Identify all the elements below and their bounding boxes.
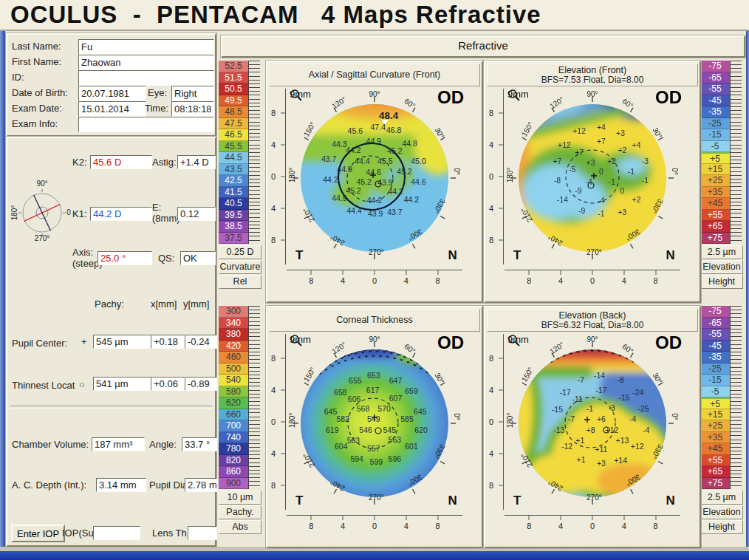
- scale-value: 740: [219, 432, 248, 444]
- time-input[interactable]: [171, 101, 214, 117]
- pupil-y-value[interactable]: -0.24: [185, 335, 217, 349]
- curvature-map-canvas[interactable]: OD 9mm T N 48.445.647.446.844.344.944.84…: [287, 89, 462, 264]
- axis-tick: [281, 453, 285, 454]
- axis-tick-label: 0: [590, 522, 595, 530]
- iop-value[interactable]: [93, 526, 140, 540]
- axis-tick: [281, 358, 285, 359]
- angle-label: 0°: [452, 413, 460, 420]
- axis-tick-label: 8: [436, 276, 440, 285]
- lens-th-value[interactable]: [188, 526, 217, 540]
- map-value: 570: [377, 404, 391, 413]
- axis-tick: [499, 113, 503, 114]
- axis-value[interactable]: 25.0 °: [98, 251, 152, 265]
- acd-value[interactable]: 3.14 mm: [96, 478, 146, 492]
- scale-value: 500: [219, 363, 248, 375]
- exam-date-input[interactable]: [78, 101, 146, 117]
- k2-label: K2:: [72, 157, 87, 168]
- exam-date-label: Exam Date:: [12, 103, 62, 114]
- map-value: 44.2: [323, 175, 338, 184]
- window-frame-right: [746, 31, 749, 551]
- map-value: 44.8: [402, 139, 417, 148]
- scale-value: +75: [700, 233, 730, 245]
- map-value: 43.9: [368, 209, 383, 218]
- axis-tick-label: 8: [309, 522, 313, 530]
- nasal-label: N: [448, 494, 457, 508]
- map-value: 44.3: [332, 140, 346, 148]
- scale-value: 48.5: [219, 106, 248, 118]
- axis-tick-label: 4: [558, 276, 563, 285]
- map-value: 45.2: [357, 177, 372, 186]
- id-input[interactable]: [78, 70, 214, 86]
- map-value: 596: [389, 454, 402, 463]
- scale-value: 660: [219, 409, 248, 421]
- thinnest-pachy-value[interactable]: 541 µm: [93, 377, 152, 391]
- scale-value: +65: [700, 221, 730, 233]
- axis-tick-label: 8: [309, 276, 313, 285]
- qs-value[interactable]: OK: [180, 251, 216, 265]
- map-value: -4: [598, 196, 604, 205]
- axis-tick: [592, 516, 593, 520]
- x-axis: 84048: [505, 515, 680, 535]
- x-axis: 84048: [505, 270, 680, 290]
- axis-tick-label: 0: [489, 417, 493, 426]
- map-value: 48.4: [379, 109, 398, 120]
- scale-value: -15: [700, 129, 730, 141]
- scale-value: -35: [700, 106, 730, 118]
- pupil-dia-value[interactable]: 2.78 m: [185, 478, 217, 492]
- magnifier-icon[interactable]: 9mm: [507, 89, 537, 100]
- axis-tick: [437, 270, 438, 275]
- scale-value: -75: [700, 61, 730, 72]
- pachy-color-scale: 3003403804204605005405806206607007407808…: [219, 306, 263, 533]
- axis-tick-label: 8: [489, 481, 493, 490]
- enter-iop-button[interactable]: Enter IOP: [11, 525, 65, 542]
- axis-tick: [499, 453, 503, 454]
- eye-input[interactable]: [171, 86, 214, 101]
- k1-value[interactable]: 44.2 D: [90, 207, 152, 221]
- y-header: y[mm]: [183, 298, 209, 310]
- map-value: +3: [586, 158, 595, 167]
- magnifier-icon[interactable]: 9mm: [290, 334, 319, 345]
- first-name-input[interactable]: [78, 55, 214, 70]
- axis-tick-label: 8: [654, 276, 658, 285]
- chamber-volume-value[interactable]: 187 mm³: [92, 437, 145, 451]
- map-value: 619: [326, 426, 339, 434]
- angle-label: 180°: [288, 167, 296, 182]
- eye-side-badge: OD: [655, 87, 682, 108]
- magnifier-icon[interactable]: 9mm: [507, 334, 537, 345]
- scale-footer-label: Curvature: [219, 260, 261, 274]
- scale-tick-ruler: [730, 61, 742, 244]
- last-name-input[interactable]: [78, 39, 214, 55]
- astig-value[interactable]: +1.4 D: [177, 155, 216, 169]
- map-value: 563: [347, 436, 360, 445]
- temporal-label: T: [513, 494, 521, 508]
- elevation-front-map-canvas[interactable]: OD 9mm T N +4+3+12+12+7+4+7+2+7+3+2-3-50…: [505, 89, 680, 264]
- nasal-label: N: [448, 248, 457, 263]
- thinnest-y-value[interactable]: -0.89: [185, 377, 217, 391]
- magnifier-icon[interactable]: 9mm: [290, 89, 319, 100]
- scale-footer-label: 2.5 µm: [700, 245, 743, 259]
- angle-label: 270°: [586, 494, 602, 502]
- scale-value: -65: [700, 72, 730, 84]
- scale-value: +25: [700, 420, 730, 432]
- angle-value[interactable]: 33.7 °: [182, 437, 217, 451]
- scale-value: 39.5: [219, 210, 248, 222]
- scale-value: +45: [700, 443, 730, 455]
- scale-value: -55: [700, 83, 730, 95]
- k2-value[interactable]: 45.6 D: [90, 155, 152, 169]
- e-value[interactable]: 0.12: [177, 207, 216, 221]
- axis-tick: [655, 516, 656, 520]
- elevation-back-map-canvas[interactable]: OD 9mm T N -14-7-8-17-17-24-11-15-15-1-3…: [505, 334, 680, 510]
- scale-footer-label: Elevation: [700, 260, 743, 274]
- curvature-map-panel: Axial / Sagittal Curvature (Front) 84048: [266, 61, 483, 303]
- map-value: 45.5: [377, 157, 392, 165]
- exam-info-input[interactable]: [78, 117, 214, 132]
- dob-input[interactable]: [78, 86, 146, 101]
- thickness-map-canvas[interactable]: OD 9mm T N 65565364765861765960660764556…: [287, 334, 462, 510]
- thickness-map-title: Corneal Thickness: [269, 309, 480, 332]
- map-value: 44.9: [366, 137, 381, 146]
- scale-footer-label: Abs: [219, 520, 261, 534]
- pupil-x-value[interactable]: +0.18: [151, 335, 185, 349]
- thinnest-x-value[interactable]: +0.06: [151, 377, 185, 391]
- pupil-pachy-value[interactable]: 545 µm: [93, 335, 152, 349]
- axis-tick-label: 4: [271, 204, 276, 213]
